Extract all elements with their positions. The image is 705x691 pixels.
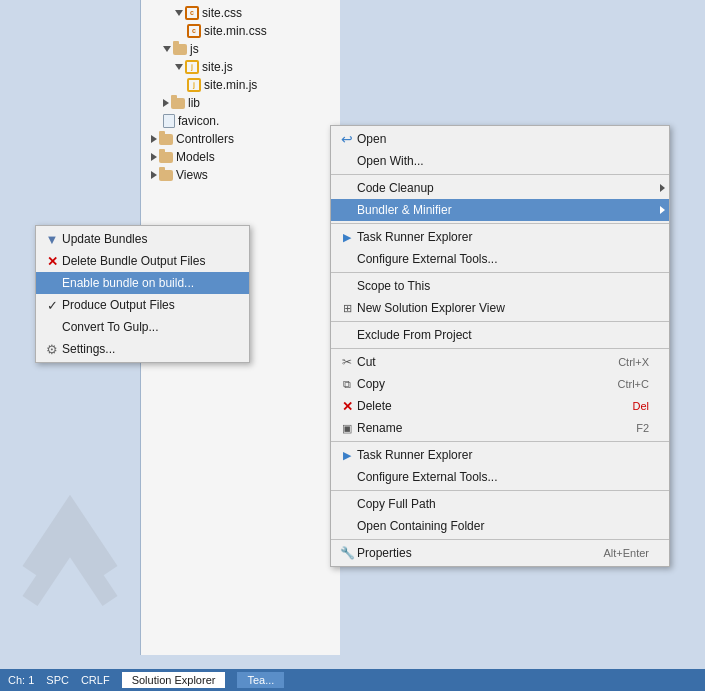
red-x-icon: ✕ — [337, 399, 357, 414]
tree-item-views[interactable]: Views — [141, 166, 340, 184]
js-file-icon: j — [187, 78, 201, 92]
menu-item-code-cleanup[interactable]: Code Cleanup — [331, 177, 669, 199]
arrow-right-icon: ▶ — [337, 231, 357, 244]
menu-item-new-solution-view[interactable]: ⊞ New Solution Explorer View — [331, 297, 669, 319]
menu-item-open-with[interactable]: Open With... — [331, 150, 669, 172]
expand-arrow — [151, 153, 157, 161]
file-label: site.js — [202, 60, 233, 74]
menu-item-delete[interactable]: ✕ Delete Del — [331, 395, 669, 417]
menu-item-delete-bundle[interactable]: ✕ Delete Bundle Output Files — [36, 250, 249, 272]
status-ch: Ch: 1 — [8, 674, 34, 686]
expand-arrow — [151, 171, 157, 179]
menu-item-label: Convert To Gulp... — [62, 320, 229, 334]
shortcut-label: F2 — [636, 422, 649, 434]
menu-item-exclude-project[interactable]: Exclude From Project — [331, 324, 669, 346]
menu-item-label: Settings... — [62, 342, 229, 356]
folder-label: Controllers — [176, 132, 234, 146]
file-label: site.min.js — [204, 78, 257, 92]
menu-item-enable-bundle[interactable]: Enable bundle on build... — [36, 272, 249, 294]
open-arrow-icon: ↩ — [337, 131, 357, 147]
menu-item-label: Task Runner Explorer — [357, 448, 649, 462]
tree-item-site-js[interactable]: j site.js — [141, 58, 340, 76]
css-file-icon: c — [187, 24, 201, 38]
menu-item-label: Configure External Tools... — [357, 252, 649, 266]
menu-item-label: Enable bundle on build... — [62, 276, 229, 290]
menu-item-configure-tools-1[interactable]: Configure External Tools... — [331, 248, 669, 270]
menu-item-bundler-minifier[interactable]: Bundler & Minifier — [331, 199, 669, 221]
menu-item-label: Exclude From Project — [357, 328, 649, 342]
menu-separator — [331, 441, 669, 442]
menu-item-rename[interactable]: ▣ Rename F2 — [331, 417, 669, 439]
menu-item-configure-tools-2[interactable]: Configure External Tools... — [331, 466, 669, 488]
folder-label: Models — [176, 150, 215, 164]
menu-item-convert-gulp[interactable]: Convert To Gulp... — [36, 316, 249, 338]
expand-arrow — [175, 10, 183, 16]
shortcut-label: Ctrl+X — [618, 356, 649, 368]
menu-item-copy-full-path[interactable]: Copy Full Path — [331, 493, 669, 515]
menu-item-cut[interactable]: ✂ Cut Ctrl+X — [331, 351, 669, 373]
menu-item-update-bundles[interactable]: ▼ Update Bundles — [36, 228, 249, 250]
checkmark-icon: ✓ — [42, 298, 62, 313]
menu-item-label: Copy — [357, 377, 598, 391]
background-decoration — [0, 451, 140, 651]
menu-item-label: Copy Full Path — [357, 497, 649, 511]
status-bar: Ch: 1 SPC CRLF Solution Explorer Tea... — [0, 669, 705, 691]
tree-item-site-min-js[interactable]: j site.min.js — [141, 76, 340, 94]
menu-separator — [331, 348, 669, 349]
submenu-arrow-icon — [660, 184, 665, 192]
menu-separator — [331, 321, 669, 322]
expand-arrow — [163, 46, 171, 52]
menu-item-label: Task Runner Explorer — [357, 230, 649, 244]
arrow-right-icon: ▶ — [337, 449, 357, 462]
scissors-icon: ✂ — [337, 355, 357, 369]
shortcut-label: Del — [632, 400, 649, 412]
tree-item-js-folder[interactable]: js — [141, 40, 340, 58]
tree-item-lib-folder[interactable]: lib — [141, 94, 340, 112]
tab-solution-explorer[interactable]: Solution Explorer — [122, 672, 226, 688]
tree-item-favicon[interactable]: favicon. — [141, 112, 340, 130]
menu-item-label: Properties — [357, 546, 583, 560]
tab-team[interactable]: Tea... — [237, 672, 284, 688]
menu-item-scope-to-this[interactable]: Scope to This — [331, 275, 669, 297]
menu-separator — [331, 272, 669, 273]
menu-separator — [331, 539, 669, 540]
file-icon — [163, 114, 175, 128]
menu-item-task-runner-1[interactable]: ▶ Task Runner Explorer — [331, 226, 669, 248]
menu-item-label: Cut — [357, 355, 598, 369]
tree-item-controllers[interactable]: Controllers — [141, 130, 340, 148]
menu-separator — [331, 174, 669, 175]
menu-item-properties[interactable]: 🔧 Properties Alt+Enter — [331, 542, 669, 564]
tree-item-models[interactable]: Models — [141, 148, 340, 166]
menu-item-copy[interactable]: ⧉ Copy Ctrl+C — [331, 373, 669, 395]
menu-item-open-containing-folder[interactable]: Open Containing Folder — [331, 515, 669, 537]
menu-item-label: Update Bundles — [62, 232, 229, 246]
bundler-minifier-submenu: ▼ Update Bundles ✕ Delete Bundle Output … — [35, 225, 250, 363]
folder-icon — [171, 98, 185, 109]
js-file-icon: j — [185, 60, 199, 74]
folder-icon — [159, 134, 173, 145]
funnel-icon: ▼ — [42, 232, 62, 247]
tree-item-site-min-css[interactable]: c site.min.css — [141, 22, 340, 40]
menu-item-label: Delete — [357, 399, 612, 413]
folder-icon — [159, 152, 173, 163]
menu-item-settings[interactable]: ⚙ Settings... — [36, 338, 249, 360]
wrench-icon: 🔧 — [337, 546, 357, 560]
shortcut-label: Ctrl+C — [618, 378, 649, 390]
file-label: favicon. — [178, 114, 219, 128]
solution-explorer-icon: ⊞ — [337, 302, 357, 315]
file-label: site.min.css — [204, 24, 267, 38]
menu-item-label: Open — [357, 132, 649, 146]
rename-icon: ▣ — [337, 422, 357, 435]
expand-arrow — [163, 99, 169, 107]
copy-icon: ⧉ — [337, 378, 357, 391]
css-file-icon: c — [185, 6, 199, 20]
red-x-icon: ✕ — [42, 254, 62, 269]
menu-item-label: Bundler & Minifier — [357, 203, 649, 217]
expand-arrow — [175, 64, 183, 70]
menu-item-label: Produce Output Files — [62, 298, 229, 312]
tree-item-site-css[interactable]: c site.css — [141, 4, 340, 22]
menu-item-open[interactable]: ↩ Open — [331, 128, 669, 150]
menu-item-produce-output[interactable]: ✓ Produce Output Files — [36, 294, 249, 316]
menu-item-task-runner-2[interactable]: ▶ Task Runner Explorer — [331, 444, 669, 466]
menu-item-label: Code Cleanup — [357, 181, 649, 195]
